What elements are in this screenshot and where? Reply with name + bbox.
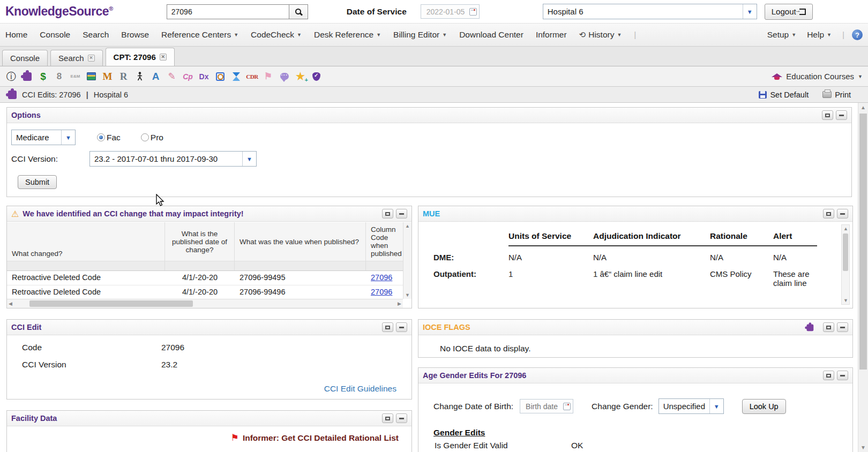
scroll-down-icon[interactable]: ▼ [843, 298, 848, 303]
scroll-up-icon[interactable]: ▲ [860, 104, 866, 110]
info-icon[interactable]: ⓘ [5, 71, 17, 82]
panel-minimize-button[interactable] [837, 371, 848, 380]
em-codes-icon[interactable]: E&M [70, 71, 81, 82]
facility-select[interactable]: Hospital 6 ▼ [543, 4, 757, 19]
code-search-icon[interactable] [214, 71, 226, 82]
logout-button[interactable]: Logout [765, 4, 813, 20]
set-default-button[interactable]: Set Default [759, 91, 809, 99]
panel-restore-button[interactable] [822, 110, 833, 120]
close-icon[interactable]: ✕ [88, 55, 95, 62]
tab-cpt-27096[interactable]: CPT: 27096✕ [106, 48, 175, 66]
chain-link-icon[interactable]: 8 [54, 71, 65, 82]
flag-icon[interactable]: ⚑ [263, 71, 274, 82]
search-button[interactable] [289, 4, 308, 19]
print-button[interactable]: Print [822, 91, 851, 99]
column-header: What changed? [7, 222, 165, 261]
nav-setup[interactable]: Setup▼ [767, 30, 796, 40]
table-horizontal-scrollbar[interactable]: ◀ ▶ [7, 299, 403, 308]
nav-home[interactable]: Home [5, 30, 27, 40]
payer-select[interactable]: Medicare ▼ [11, 130, 76, 145]
panel-minimize-button[interactable] [837, 322, 848, 332]
page-vertical-scrollbar[interactable]: ▲ ▼ [858, 103, 868, 452]
scroll-down-icon[interactable]: ▼ [860, 445, 866, 450]
puzzle-icon[interactable] [805, 323, 814, 332]
options-panel: Options Medicare ▼ Fac Pro CCI Version: [6, 107, 852, 197]
scroll-up-icon[interactable]: ▲ [843, 226, 848, 231]
nav-help[interactable]: Help▼ [807, 30, 832, 40]
scroll-up-icon[interactable]: ▲ [405, 223, 410, 229]
nav-browse[interactable]: Browse [121, 30, 149, 40]
compliance-shield-icon[interactable] [311, 71, 322, 82]
cci-version-select[interactable]: 23.2 - 2017-07-01 thru 2017-09-30 ▼ [89, 151, 257, 167]
table-vertical-scrollbar[interactable]: ▲ ▼ [403, 222, 411, 299]
gender-edit-valid-value: OK [571, 441, 583, 450]
tab-search[interactable]: Search✕ [50, 50, 103, 66]
close-icon[interactable]: ✕ [160, 54, 167, 61]
panel-minimize-button[interactable] [396, 209, 407, 219]
hourglass-icon[interactable] [230, 71, 242, 82]
walking-person-icon[interactable] [134, 71, 145, 82]
cdr-icon[interactable]: CDR [246, 71, 258, 82]
anesthesia-a-icon[interactable]: A [150, 71, 161, 82]
nav-codecheck[interactable]: CodeCheck▼ [251, 30, 302, 40]
tab-console[interactable]: Console [2, 50, 48, 66]
radio-pro[interactable]: Pro [141, 133, 163, 142]
pencil-s-icon[interactable]: ✎ [166, 71, 177, 82]
submit-button[interactable]: Submit [18, 175, 57, 189]
nav-billing-editor[interactable]: Billing Editor▼ [393, 30, 447, 40]
panel-minimize-button[interactable] [396, 413, 407, 423]
nav-informer[interactable]: Informer [536, 30, 567, 40]
scrollbar-thumb[interactable] [29, 300, 193, 307]
cp-crosswalk-icon[interactable]: Cp [182, 71, 193, 82]
panel-restore-button[interactable] [382, 209, 393, 219]
panel-restore-button[interactable] [382, 322, 393, 332]
nav-history[interactable]: ⟲History▼ [579, 30, 622, 40]
help-question-icon[interactable]: ? [852, 29, 863, 40]
code-link[interactable]: 27096 [371, 288, 392, 296]
fees-dollar-icon[interactable]: $ [38, 71, 49, 82]
nav-console[interactable]: Console [40, 30, 70, 40]
panel-restore-button[interactable] [823, 371, 834, 380]
column-header: Alert [773, 229, 817, 246]
informer-rational-list-link[interactable]: Informer: Get CCI Detailed Rational List [243, 433, 399, 443]
radio-fac[interactable]: Fac [97, 133, 121, 142]
reference-books-icon[interactable] [86, 71, 97, 82]
rvu-r-icon[interactable]: R [118, 71, 129, 82]
panel-restore-button[interactable] [382, 413, 393, 423]
panel-restore-button[interactable] [823, 209, 834, 219]
nav-desk-reference[interactable]: Desk Reference▼ [314, 30, 381, 40]
education-courses-menu[interactable]: Education Courses ▼ [772, 72, 863, 81]
scrollbar-thumb[interactable] [843, 233, 848, 271]
caret-down-icon: ▼ [297, 32, 302, 37]
gender-select[interactable]: Unspecified ▼ [659, 398, 724, 414]
cci-version-label: CCI Version [22, 360, 161, 370]
panel-minimize-button[interactable] [396, 322, 407, 332]
mue-vertical-scrollbar[interactable]: ▲ ▼ [841, 224, 850, 305]
calendar-icon[interactable] [469, 8, 477, 16]
cci-edit-guidelines-link[interactable]: CCI Edit Guidelines [324, 384, 396, 394]
birth-date-input[interactable] [525, 402, 563, 411]
search-input[interactable] [167, 4, 289, 19]
scroll-right-icon[interactable]: ▶ [398, 301, 401, 306]
date-of-service-input[interactable] [425, 7, 469, 17]
nav-reference-centers[interactable]: Reference Centers▼ [161, 30, 238, 40]
cci-puzzle-icon[interactable] [21, 71, 33, 82]
panel-restore-button[interactable] [823, 322, 834, 332]
panel-minimize-button[interactable] [837, 209, 848, 219]
scroll-down-icon[interactable]: ▼ [405, 292, 410, 298]
dx-crosswalk-icon[interactable]: Dx [198, 71, 209, 82]
favorite-star-icon[interactable]: ★ [295, 71, 306, 82]
look-up-button[interactable]: Look Up [742, 399, 786, 414]
scrollbar-thumb[interactable] [859, 114, 867, 370]
feedback-bubble-icon[interactable] [279, 71, 290, 82]
panel-minimize-button[interactable] [836, 110, 847, 120]
medicare-m-icon[interactable]: M [102, 71, 113, 82]
caret-down-icon: ▼ [791, 32, 796, 37]
code-link[interactable]: 27096 [371, 273, 392, 282]
calendar-icon[interactable] [563, 403, 571, 410]
cci-version-label: CCI Version: [11, 154, 89, 164]
facility-data-panel: Facility Data ⚑ Informer: Get CCI Detail… [6, 410, 412, 452]
scroll-left-icon[interactable]: ◀ [9, 301, 12, 306]
nav-download-center[interactable]: Download Center [459, 30, 523, 40]
nav-search[interactable]: Search [83, 30, 109, 40]
